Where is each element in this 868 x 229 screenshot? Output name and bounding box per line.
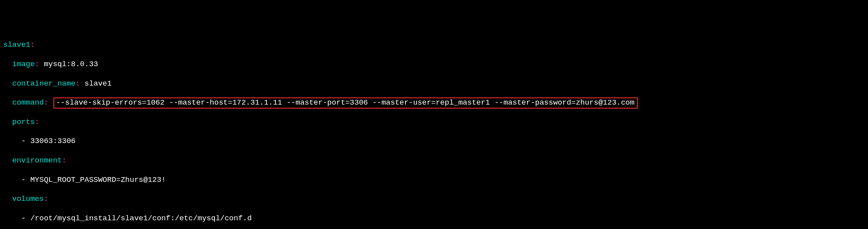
yaml-line-environment: environment: xyxy=(3,156,865,165)
yaml-value: --slave-skip-errors=1062 --master-host=1… xyxy=(56,98,634,107)
yaml-line-command: command: --slave-skip-errors=1062 --mast… xyxy=(3,98,865,107)
yaml-value: mysql:8.0.33 xyxy=(44,60,98,69)
yaml-key: command xyxy=(12,98,44,107)
yaml-colon: : xyxy=(44,98,48,107)
yaml-colon: : xyxy=(35,118,39,126)
yaml-colon: : xyxy=(75,79,80,88)
yaml-line-list-item: - /root/mysql_install/slave1/conf:/etc/m… xyxy=(3,214,865,223)
yaml-key: slave1 xyxy=(3,40,30,49)
yaml-line-image: image: mysql:8.0.33 xyxy=(3,59,865,69)
yaml-value: slave1 xyxy=(84,79,111,88)
yaml-key: volumes xyxy=(12,195,44,203)
yaml-value: /root/mysql_install/slave1/conf:/etc/mys… xyxy=(30,214,252,223)
yaml-value: 33063:3306 xyxy=(30,137,75,145)
yaml-key: container_name xyxy=(12,79,76,88)
yaml-line-list-item: - 33063:3306 xyxy=(3,136,865,146)
yaml-colon: : xyxy=(44,195,48,203)
yaml-dash: - xyxy=(21,137,26,145)
yaml-line-ports: ports: xyxy=(3,117,865,127)
yaml-colon: : xyxy=(35,60,39,69)
yaml-line-list-item: - MYSQL_ROOT_PASSWORD=Zhurs@123! xyxy=(3,175,865,185)
yaml-colon: : xyxy=(62,156,66,165)
yaml-dash: - xyxy=(21,176,26,184)
yaml-dash: - xyxy=(21,214,26,223)
yaml-key: image xyxy=(12,60,35,69)
yaml-value: MYSQL_ROOT_PASSWORD=Zhurs@123! xyxy=(30,176,166,184)
highlight-box: --slave-skip-errors=1062 --master-host=1… xyxy=(54,97,637,109)
yaml-key: environment xyxy=(12,156,62,165)
yaml-line-service-slave1: slave1: xyxy=(3,40,865,50)
yaml-key: ports xyxy=(12,118,35,126)
yaml-colon: : xyxy=(30,40,34,49)
yaml-line-container-name: container_name: slave1 xyxy=(3,79,865,88)
yaml-line-volumes: volumes: xyxy=(3,194,865,204)
